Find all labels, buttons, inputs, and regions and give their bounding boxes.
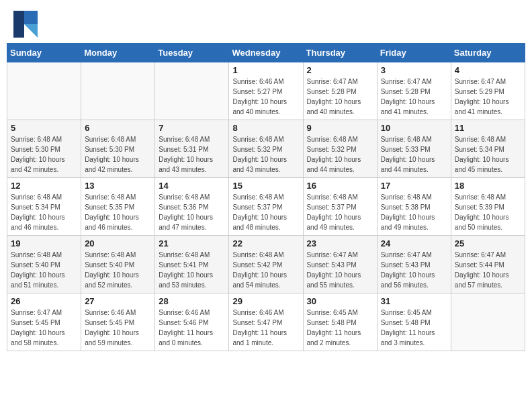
day-number: 2 bbox=[307, 65, 373, 75]
calendar-week-row: 12Sunrise: 6:48 AM Sunset: 5:34 PM Dayli… bbox=[7, 178, 525, 236]
weekday-header: Thursday bbox=[303, 44, 377, 62]
day-info: Sunrise: 6:45 AM Sunset: 5:48 PM Dayligh… bbox=[381, 308, 447, 348]
calendar-cell: 1Sunrise: 6:46 AM Sunset: 5:27 PM Daylig… bbox=[229, 62, 303, 120]
calendar-cell bbox=[155, 62, 229, 120]
day-info: Sunrise: 6:48 AM Sunset: 5:32 PM Dayligh… bbox=[307, 134, 373, 175]
calendar-cell: 27Sunrise: 6:46 AM Sunset: 5:45 PM Dayli… bbox=[81, 293, 155, 351]
day-number: 28 bbox=[159, 296, 225, 306]
day-info: Sunrise: 6:47 AM Sunset: 5:29 PM Dayligh… bbox=[455, 77, 521, 117]
day-number: 26 bbox=[11, 296, 77, 306]
calendar-cell: 28Sunrise: 6:46 AM Sunset: 5:46 PM Dayli… bbox=[155, 293, 229, 351]
calendar-cell: 24Sunrise: 6:47 AM Sunset: 5:43 PM Dayli… bbox=[377, 236, 451, 293]
day-info: Sunrise: 6:48 AM Sunset: 5:39 PM Dayligh… bbox=[455, 192, 521, 232]
weekday-header: Monday bbox=[81, 44, 155, 62]
calendar-week-row: 19Sunrise: 6:48 AM Sunset: 5:40 PM Dayli… bbox=[7, 236, 525, 293]
weekday-row: SundayMondayTuesdayWednesdayThursdayFrid… bbox=[7, 44, 525, 62]
calendar-cell: 7Sunrise: 6:48 AM Sunset: 5:31 PM Daylig… bbox=[155, 120, 229, 178]
calendar-cell: 4Sunrise: 6:47 AM Sunset: 5:29 PM Daylig… bbox=[451, 62, 525, 120]
day-info: Sunrise: 6:48 AM Sunset: 5:35 PM Dayligh… bbox=[85, 192, 151, 232]
day-info: Sunrise: 6:47 AM Sunset: 5:45 PM Dayligh… bbox=[11, 308, 77, 348]
calendar-week-row: 5Sunrise: 6:48 AM Sunset: 5:30 PM Daylig… bbox=[7, 120, 525, 178]
day-info: Sunrise: 6:47 AM Sunset: 5:43 PM Dayligh… bbox=[381, 250, 447, 290]
calendar-header: SundayMondayTuesdayWednesdayThursdayFrid… bbox=[7, 44, 525, 62]
day-info: Sunrise: 6:48 AM Sunset: 5:31 PM Dayligh… bbox=[159, 134, 225, 175]
calendar-cell: 21Sunrise: 6:48 AM Sunset: 5:41 PM Dayli… bbox=[155, 236, 229, 293]
day-number: 4 bbox=[455, 65, 521, 75]
calendar-cell: 8Sunrise: 6:48 AM Sunset: 5:32 PM Daylig… bbox=[229, 120, 303, 178]
day-info: Sunrise: 6:48 AM Sunset: 5:42 PM Dayligh… bbox=[232, 250, 299, 290]
day-info: Sunrise: 6:48 AM Sunset: 5:38 PM Dayligh… bbox=[381, 192, 447, 232]
day-number: 31 bbox=[381, 296, 447, 306]
day-number: 9 bbox=[307, 123, 373, 133]
weekday-header: Wednesday bbox=[229, 44, 303, 62]
calendar-cell: 2Sunrise: 6:47 AM Sunset: 5:28 PM Daylig… bbox=[303, 62, 377, 120]
day-info: Sunrise: 6:47 AM Sunset: 5:44 PM Dayligh… bbox=[455, 250, 521, 290]
day-number: 7 bbox=[159, 123, 225, 133]
calendar-cell: 16Sunrise: 6:48 AM Sunset: 5:37 PM Dayli… bbox=[303, 178, 377, 236]
calendar-cell: 31Sunrise: 6:45 AM Sunset: 5:48 PM Dayli… bbox=[377, 293, 451, 351]
day-info: Sunrise: 6:46 AM Sunset: 5:27 PM Dayligh… bbox=[232, 77, 299, 117]
calendar-cell: 29Sunrise: 6:46 AM Sunset: 5:47 PM Dayli… bbox=[229, 293, 303, 351]
calendar-cell: 9Sunrise: 6:48 AM Sunset: 5:32 PM Daylig… bbox=[303, 120, 377, 178]
day-number: 11 bbox=[455, 123, 521, 133]
weekday-header: Friday bbox=[377, 44, 451, 62]
day-info: Sunrise: 6:48 AM Sunset: 5:34 PM Dayligh… bbox=[11, 192, 77, 232]
calendar-cell: 13Sunrise: 6:48 AM Sunset: 5:35 PM Dayli… bbox=[81, 178, 155, 236]
day-number: 13 bbox=[85, 181, 151, 191]
logo bbox=[13, 11, 39, 38]
day-number: 1 bbox=[232, 65, 299, 75]
day-number: 5 bbox=[11, 123, 77, 133]
day-number: 16 bbox=[307, 181, 373, 191]
calendar-cell bbox=[7, 62, 81, 120]
calendar-cell: 5Sunrise: 6:48 AM Sunset: 5:30 PM Daylig… bbox=[7, 120, 81, 178]
calendar-cell: 23Sunrise: 6:47 AM Sunset: 5:43 PM Dayli… bbox=[303, 236, 377, 293]
calendar-cell bbox=[81, 62, 155, 120]
calendar-week-row: 1Sunrise: 6:46 AM Sunset: 5:27 PM Daylig… bbox=[7, 62, 525, 120]
day-number: 18 bbox=[455, 181, 521, 191]
calendar-cell: 14Sunrise: 6:48 AM Sunset: 5:36 PM Dayli… bbox=[155, 178, 229, 236]
day-number: 12 bbox=[11, 181, 77, 191]
svg-marker-2 bbox=[24, 24, 38, 38]
calendar-cell: 26Sunrise: 6:47 AM Sunset: 5:45 PM Dayli… bbox=[7, 293, 81, 351]
calendar-wrap: SundayMondayTuesdayWednesdayThursdayFrid… bbox=[0, 43, 532, 358]
day-info: Sunrise: 6:47 AM Sunset: 5:43 PM Dayligh… bbox=[307, 250, 373, 290]
calendar-cell: 18Sunrise: 6:48 AM Sunset: 5:39 PM Dayli… bbox=[451, 178, 525, 236]
day-number: 23 bbox=[307, 238, 373, 248]
day-number: 15 bbox=[232, 181, 299, 191]
day-info: Sunrise: 6:48 AM Sunset: 5:36 PM Dayligh… bbox=[159, 192, 225, 232]
day-info: Sunrise: 6:45 AM Sunset: 5:48 PM Dayligh… bbox=[307, 308, 373, 348]
calendar-cell: 30Sunrise: 6:45 AM Sunset: 5:48 PM Dayli… bbox=[303, 293, 377, 351]
calendar-cell: 19Sunrise: 6:48 AM Sunset: 5:40 PM Dayli… bbox=[7, 236, 81, 293]
day-info: Sunrise: 6:47 AM Sunset: 5:28 PM Dayligh… bbox=[307, 77, 373, 117]
day-number: 19 bbox=[11, 238, 77, 248]
day-number: 8 bbox=[232, 123, 299, 133]
calendar-cell: 6Sunrise: 6:48 AM Sunset: 5:30 PM Daylig… bbox=[81, 120, 155, 178]
day-info: Sunrise: 6:46 AM Sunset: 5:47 PM Dayligh… bbox=[232, 308, 299, 348]
day-number: 22 bbox=[232, 238, 299, 248]
day-number: 17 bbox=[381, 181, 447, 191]
day-number: 14 bbox=[159, 181, 225, 191]
logo-icon bbox=[13, 11, 38, 38]
day-info: Sunrise: 6:47 AM Sunset: 5:28 PM Dayligh… bbox=[381, 77, 447, 117]
day-number: 30 bbox=[307, 296, 373, 306]
calendar-body: 1Sunrise: 6:46 AM Sunset: 5:27 PM Daylig… bbox=[7, 62, 525, 351]
weekday-header: Tuesday bbox=[155, 44, 229, 62]
calendar-cell: 20Sunrise: 6:48 AM Sunset: 5:40 PM Dayli… bbox=[81, 236, 155, 293]
day-info: Sunrise: 6:48 AM Sunset: 5:32 PM Dayligh… bbox=[232, 134, 299, 175]
calendar-cell: 17Sunrise: 6:48 AM Sunset: 5:38 PM Dayli… bbox=[377, 178, 451, 236]
day-number: 29 bbox=[232, 296, 299, 306]
day-number: 6 bbox=[85, 123, 151, 133]
day-info: Sunrise: 6:48 AM Sunset: 5:34 PM Dayligh… bbox=[455, 134, 521, 175]
svg-rect-1 bbox=[24, 11, 38, 24]
svg-rect-0 bbox=[13, 11, 24, 38]
day-number: 25 bbox=[455, 238, 521, 248]
day-info: Sunrise: 6:48 AM Sunset: 5:33 PM Dayligh… bbox=[381, 134, 447, 175]
day-info: Sunrise: 6:48 AM Sunset: 5:30 PM Dayligh… bbox=[11, 134, 77, 175]
day-number: 20 bbox=[85, 238, 151, 248]
calendar-cell: 10Sunrise: 6:48 AM Sunset: 5:33 PM Dayli… bbox=[377, 120, 451, 178]
day-info: Sunrise: 6:48 AM Sunset: 5:37 PM Dayligh… bbox=[307, 192, 373, 232]
day-info: Sunrise: 6:46 AM Sunset: 5:45 PM Dayligh… bbox=[85, 308, 151, 348]
day-number: 21 bbox=[159, 238, 225, 248]
calendar-cell: 11Sunrise: 6:48 AM Sunset: 5:34 PM Dayli… bbox=[451, 120, 525, 178]
weekday-header: Saturday bbox=[451, 44, 525, 62]
